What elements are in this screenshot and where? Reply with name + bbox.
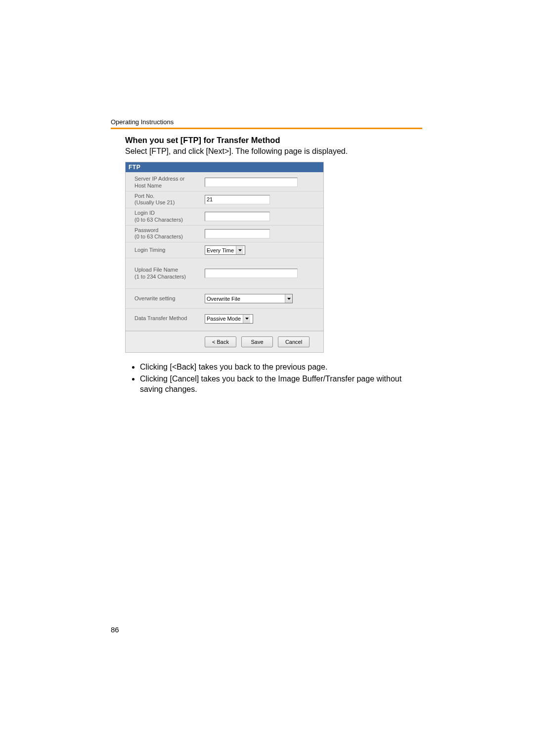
label-text: Login ID bbox=[134, 210, 155, 216]
login-id-input[interactable] bbox=[205, 212, 270, 221]
save-button[interactable]: Save bbox=[241, 336, 273, 347]
select-value: Overwrite File bbox=[207, 296, 283, 302]
section-heading: When you set [FTP] for Transfer Method bbox=[125, 136, 422, 145]
list-item: Clicking [Cancel] takes you back to the … bbox=[140, 374, 422, 395]
row-overwrite: Overwrite setting Overwrite File bbox=[126, 289, 323, 309]
label-login-timing: Login Timing bbox=[126, 247, 205, 254]
row-login-timing: Login Timing Every Time bbox=[126, 242, 323, 258]
password-input[interactable] bbox=[205, 229, 270, 238]
label-text: (0 to 63 Characters) bbox=[134, 217, 183, 223]
ftp-settings-panel: FTP Server IP Address or Host Name Port … bbox=[125, 162, 324, 353]
ftp-panel-title: FTP bbox=[126, 162, 323, 172]
label-server-ip: Server IP Address or Host Name bbox=[126, 176, 205, 189]
label-overwrite: Overwrite setting bbox=[126, 295, 205, 302]
back-button[interactable]: < Back bbox=[205, 336, 236, 347]
overwrite-select[interactable]: Overwrite File bbox=[205, 294, 293, 303]
page-number: 86 bbox=[111, 625, 119, 634]
select-value: Every Time bbox=[207, 247, 234, 253]
label-text: Server IP Address or bbox=[134, 176, 184, 182]
row-transfer-method: Data Transfer Method Passive Mode bbox=[126, 309, 323, 329]
upload-filename-input[interactable] bbox=[205, 269, 298, 278]
svg-marker-2 bbox=[245, 318, 249, 320]
transfer-method-select[interactable]: Passive Mode bbox=[205, 314, 253, 324]
svg-marker-1 bbox=[287, 298, 291, 300]
row-port: Port No. (Usually Use 21) 21 bbox=[126, 191, 323, 209]
login-timing-select[interactable]: Every Time bbox=[205, 245, 245, 255]
label-password: Password (0 to 63 Characters) bbox=[126, 227, 205, 241]
label-text: (Usually Use 21) bbox=[134, 199, 175, 205]
chevron-down-icon bbox=[285, 294, 292, 303]
row-password: Password (0 to 63 Characters) bbox=[126, 226, 323, 243]
section-subtitle: Select [FTP], and click [Next>]. The fol… bbox=[125, 147, 422, 156]
header-divider bbox=[111, 128, 422, 129]
svg-marker-0 bbox=[238, 249, 242, 251]
label-text: (1 to 234 Characters) bbox=[134, 274, 186, 280]
label-upload-filename: Upload File Name (1 to 234 Characters) bbox=[126, 267, 205, 281]
notes-list: Clicking [<Back] takes you back to the p… bbox=[125, 362, 422, 395]
label-text: (0 to 63 Characters) bbox=[134, 234, 183, 239]
label-text: Host Name bbox=[134, 183, 162, 189]
list-item: Clicking [<Back] takes you back to the p… bbox=[140, 362, 422, 373]
running-head: Operating Instructions bbox=[111, 118, 174, 126]
label-text: Upload File Name bbox=[134, 267, 178, 273]
ftp-button-row: < Back Save Cancel bbox=[126, 331, 323, 352]
row-upload-filename: Upload File Name (1 to 234 Characters) bbox=[126, 258, 323, 289]
chevron-down-icon bbox=[236, 246, 243, 254]
row-server-ip: Server IP Address or Host Name bbox=[126, 174, 323, 191]
chevron-down-icon bbox=[243, 315, 250, 323]
cancel-button[interactable]: Cancel bbox=[278, 336, 310, 347]
label-port: Port No. (Usually Use 21) bbox=[126, 193, 205, 207]
label-transfer-method: Data Transfer Method bbox=[126, 315, 205, 322]
select-value: Passive Mode bbox=[207, 316, 241, 322]
label-login-id: Login ID (0 to 63 Characters) bbox=[126, 210, 205, 224]
row-login-id: Login ID (0 to 63 Characters) bbox=[126, 208, 323, 226]
port-input[interactable]: 21 bbox=[205, 195, 270, 204]
label-text: Port No. bbox=[134, 193, 154, 199]
label-text: Password bbox=[134, 227, 158, 233]
server-ip-input[interactable] bbox=[205, 178, 298, 187]
